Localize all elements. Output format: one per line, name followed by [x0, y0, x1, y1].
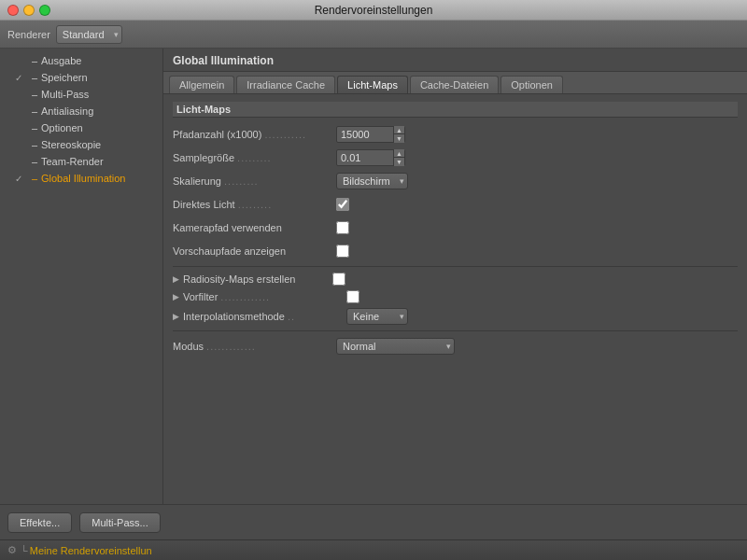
sidebar-dash-optionen: – — [32, 122, 39, 133]
vorschaupfade-label: Vorschaupfade anzeigen — [173, 245, 336, 257]
sidebar-dash-ausgabe: – — [32, 55, 39, 66]
sidebar-check-global-illumination: ✓ — [15, 174, 26, 184]
sidebar-dash-stereoskopie: – — [32, 139, 39, 150]
skalierung-label: Skalierung ......... — [173, 175, 336, 187]
minimize-button[interactable] — [23, 5, 35, 16]
samplegrosse-up-button[interactable]: ▲ — [393, 149, 404, 158]
sidebar-item-team-render[interactable]: – Team-Render — [0, 153, 162, 170]
toolbar: Renderer Standard ▾ — [0, 21, 747, 49]
radiosity-maps-label: Radiosity-Maps erstellen — [183, 273, 332, 285]
field-modus: Modus ............. Normal Nur Datei Nur… — [173, 337, 738, 356]
pfadanzahl-label: Pfadanzahl (x1000) ........... — [173, 129, 336, 140]
field-samplegrosse: Samplegröße ......... ▲ ▼ — [173, 148, 738, 167]
field-skalierung: Skalierung ......... Bildschirm Absolut … — [173, 172, 738, 190]
divider-2 — [173, 330, 738, 331]
sidebar-check-ausgabe — [15, 56, 26, 66]
sidebar-check-speichern: ✓ — [15, 73, 26, 83]
sidebar-item-optionen[interactable]: – Optionen — [0, 119, 162, 136]
sidebar-item-global-illumination[interactable]: ✓ – Global Illumination — [0, 170, 162, 187]
sidebar-label-antialiasing: Antialiasing — [41, 105, 93, 117]
sidebar-check-multi-pass — [15, 90, 26, 100]
modus-select[interactable]: Normal Nur Datei Nur Datei (Behalten) — [336, 338, 455, 355]
panel: Licht-Maps Pfadanzahl (x1000) ..........… — [163, 94, 747, 504]
field-vorfilter: ▶ Vorfilter ............. — [173, 290, 738, 303]
interpolationsmethode-select[interactable]: Keine Linear Kubisch — [346, 308, 408, 325]
skalierung-select[interactable]: Bildschirm Absolut — [336, 173, 408, 189]
renderer-select-wrapper[interactable]: Standard ▾ — [56, 25, 122, 44]
tab-licht-maps[interactable]: Licht-Maps — [337, 76, 408, 93]
multi-pass-button[interactable]: Multi-Pass... — [79, 512, 161, 533]
sidebar-check-optionen — [15, 123, 26, 133]
main-layout: – Ausgabe ✓ – Speichern – Multi-Pass – A… — [0, 49, 747, 504]
vorfilter-label: Vorfilter ............. — [183, 291, 346, 302]
samplegrosse-spinbox[interactable]: ▲ ▼ — [336, 149, 405, 166]
field-interpolationsmethode: ▶ Interpolationsmethode .. Keine Linear … — [173, 308, 738, 325]
sidebar-dash-multi-pass: – — [32, 89, 39, 100]
direktes-licht-label: Direktes Licht ......... — [173, 199, 336, 210]
sidebar-item-stereoskopie[interactable]: – Stereoskopie — [0, 136, 162, 153]
sidebar-check-team-render — [15, 157, 26, 167]
field-direktes-licht: Direktes Licht ......... — [173, 195, 738, 214]
pfadanzahl-input[interactable] — [337, 129, 393, 140]
modus-label: Modus ............. — [173, 341, 336, 352]
scene-tree-icon: └ — [21, 545, 28, 556]
pfadanzahl-spinbox-btns: ▲ ▼ — [393, 126, 404, 143]
bottom-bar: Effekte... Multi-Pass... — [0, 504, 747, 539]
window-title: Rendervoreinstellungen — [315, 4, 433, 17]
sidebar-dash-antialiasing: – — [32, 105, 39, 117]
sidebar-item-ausgabe[interactable]: – Ausgabe — [0, 52, 162, 69]
modus-select-wrapper[interactable]: Normal Nur Datei Nur Datei (Behalten) ▾ — [336, 338, 455, 355]
sidebar-label-global-illumination: Global Illumination — [41, 173, 126, 184]
pfadanzahl-down-button[interactable]: ▼ — [393, 134, 404, 143]
interpolationsmethode-select-wrapper[interactable]: Keine Linear Kubisch ▾ — [346, 308, 408, 325]
samplegrosse-input[interactable] — [337, 152, 393, 163]
window-controls — [7, 5, 50, 16]
sidebar-item-multi-pass[interactable]: – Multi-Pass — [0, 86, 162, 103]
effekte-button[interactable]: Effekte... — [7, 512, 72, 533]
tab-optionen[interactable]: Optionen — [500, 76, 563, 93]
pfadanzahl-spinbox[interactable]: ▲ ▼ — [336, 126, 405, 143]
field-vorschaupfade: Vorschaupfade anzeigen — [173, 242, 738, 260]
direktes-licht-checkbox[interactable] — [336, 198, 349, 211]
skalierung-select-wrapper[interactable]: Bildschirm Absolut ▾ — [336, 173, 408, 189]
vorschaupfade-checkbox[interactable] — [336, 245, 349, 258]
sidebar-label-multi-pass: Multi-Pass — [41, 89, 89, 100]
status-bar: ⚙ └ Meine Rendervoreinstellun — [0, 539, 747, 560]
interpolationsmethode-label: Interpolationsmethode .. — [183, 311, 346, 322]
content-header: Global Illumination — [163, 49, 747, 72]
tab-irradiance-cache[interactable]: Irradiance Cache — [236, 76, 335, 93]
sidebar-dash-speichern: – — [32, 72, 39, 83]
field-pfadanzahl: Pfadanzahl (x1000) ........... ▲ ▼ — [173, 125, 738, 144]
maximize-button[interactable] — [39, 5, 50, 16]
scene-label: Meine Rendervoreinstellun — [30, 545, 152, 556]
samplegrosse-down-button[interactable]: ▼ — [393, 158, 404, 166]
samplegrosse-spinbox-btns: ▲ ▼ — [393, 149, 404, 166]
sidebar-item-speichern[interactable]: ✓ – Speichern — [0, 69, 162, 86]
vorfilter-collapse-icon[interactable]: ▶ — [173, 292, 179, 301]
sidebar-label-speichern: Speichern — [41, 72, 88, 83]
field-kamerapfad: Kamerapfad verwenden — [173, 218, 738, 237]
tab-cache-dateien[interactable]: Cache-Dateien — [410, 76, 499, 93]
samplegrosse-label: Samplegröße ......... — [173, 152, 336, 163]
tab-allgemein[interactable]: Allgemein — [169, 76, 234, 93]
renderer-select[interactable]: Standard — [56, 25, 122, 44]
vorfilter-checkbox[interactable] — [346, 290, 359, 303]
status-text: Meine Rendervoreinstellun — [30, 545, 152, 556]
interpolationsmethode-collapse-icon[interactable]: ▶ — [173, 312, 179, 321]
sidebar-item-antialiasing[interactable]: – Antialiasing — [0, 103, 162, 119]
radiosity-maps-checkbox[interactable] — [332, 273, 345, 286]
sidebar-check-stereoskopie — [15, 140, 26, 150]
sidebar-label-stereoskopie: Stereoskopie — [41, 139, 101, 150]
radiosity-maps-collapse-icon[interactable]: ▶ — [173, 274, 179, 284]
sidebar-label-optionen: Optionen — [41, 122, 83, 133]
kamerapfad-label: Kamerapfad verwenden — [173, 222, 336, 233]
pfadanzahl-up-button[interactable]: ▲ — [393, 126, 404, 134]
close-button[interactable] — [7, 5, 19, 16]
panel-title: Licht-Maps — [173, 102, 738, 118]
sidebar: – Ausgabe ✓ – Speichern – Multi-Pass – A… — [0, 49, 163, 504]
divider-1 — [173, 266, 738, 267]
renderer-label: Renderer — [7, 29, 50, 40]
sidebar-check-antialiasing — [15, 106, 26, 117]
sidebar-dash-team-render: – — [32, 156, 39, 167]
kamerapfad-checkbox[interactable] — [336, 221, 349, 234]
